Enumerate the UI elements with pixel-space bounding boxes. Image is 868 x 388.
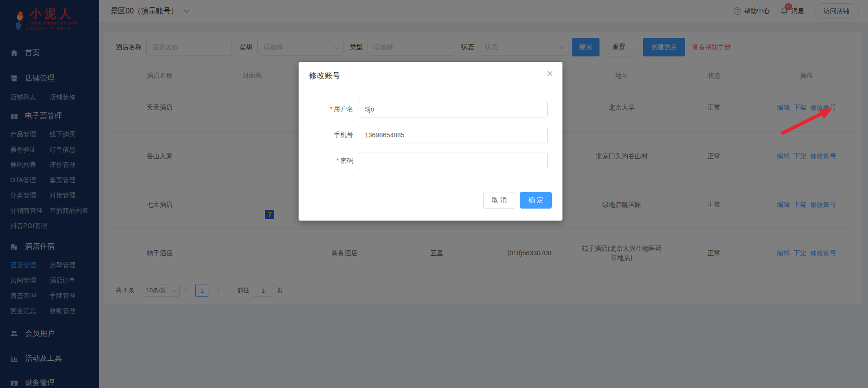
username-label: *用户名 bbox=[299, 105, 359, 113]
required-mark: * bbox=[330, 105, 332, 112]
close-icon[interactable] bbox=[546, 69, 554, 78]
edit-account-modal: 修改账号 *用户名 手机号 *密码 取 消 确 定 bbox=[299, 62, 562, 221]
password-input[interactable] bbox=[359, 153, 548, 169]
phone-field-row: 手机号 bbox=[299, 127, 562, 143]
phone-input[interactable] bbox=[359, 127, 548, 143]
username-field-row: *用户名 bbox=[299, 101, 562, 117]
phone-label: 手机号 bbox=[299, 131, 359, 139]
username-input[interactable] bbox=[359, 101, 548, 117]
password-field-row: *密码 bbox=[299, 153, 562, 169]
required-mark: * bbox=[337, 157, 339, 164]
app-window: 小泥人 www.xiaoniren.com 景区智慧营销一站式服务平台 首页 店… bbox=[0, 0, 868, 388]
password-label: *密码 bbox=[299, 157, 359, 165]
cancel-button[interactable]: 取 消 bbox=[483, 192, 515, 209]
modal-title: 修改账号 bbox=[309, 70, 340, 81]
confirm-button[interactable]: 确 定 bbox=[520, 192, 552, 209]
